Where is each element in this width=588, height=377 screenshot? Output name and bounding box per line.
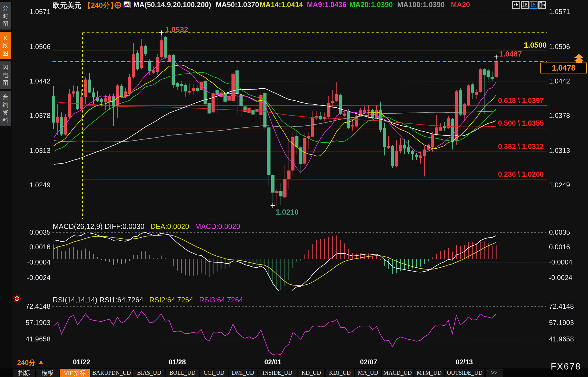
sidebar-tab-char: 线 [3, 42, 9, 49]
sidebar-tab-2[interactable]: 闪电图 [0, 61, 11, 89]
price-up-arrow-icon [573, 54, 585, 64]
macd-tick-left: 0.0016 [12, 243, 50, 251]
rsi-title: RSI(14,14,14) RSI1:64.7264 RSI2:64.7264 … [53, 296, 243, 304]
footer-tab-BARUPDN_UD[interactable]: BARUPDN_UD [91, 369, 133, 377]
last-high-label: 1.0487 [499, 50, 522, 59]
date-tick: 02/13 [456, 358, 473, 366]
ma200-value: MA20 [451, 1, 470, 9]
sidebar-tab-char: 约 [3, 101, 9, 108]
macd-diff-value: DIFF:0.0030 [105, 222, 145, 230]
resistance-level-label: 1.0500 [462, 41, 547, 50]
rsi2-value: RSI2:64.7264 [149, 296, 193, 304]
price-tick-left: 1.0249 [12, 181, 50, 189]
sidebar-tab-char: 图 [3, 49, 9, 57]
ma14-value: MA14:1.0414 [260, 1, 303, 9]
scale-axis-icon[interactable] [538, 1, 546, 9]
layout-grid-icon[interactable] [512, 1, 520, 9]
macd-macd-value: MACD:0.0020 [195, 222, 240, 230]
rsi1-value: RSI1:64.7264 [100, 296, 143, 304]
price-tick-right: 1.0442 [549, 77, 570, 85]
footer-tab-MACD_UD[interactable]: MACD_UD [381, 369, 414, 377]
date-tick: 01/28 [169, 358, 186, 366]
sidebar-tab-char: 图 [3, 79, 9, 87]
footer-tab-INSIDE_UD[interactable]: INSIDE_UD [258, 369, 297, 377]
fib-level-label: 0.500 \ 1.0355 [459, 119, 544, 127]
sidebar-tab-char: 料 [3, 116, 9, 124]
macd-tick-right: 0.0016 [549, 243, 570, 251]
footer-tab-BOLL_UD[interactable]: BOLL_UD [166, 369, 199, 377]
low-label: 1.0210 [276, 208, 299, 217]
current-price-tag: 1.0478 [540, 63, 587, 73]
price-tick-left: 1.0571 [12, 8, 50, 16]
price-tick-left: 1.0313 [12, 147, 50, 155]
axes-candle-icon[interactable] [521, 1, 529, 9]
footer-tab-MA_UD[interactable]: MA_UD [355, 369, 381, 377]
indicator-toolbar: 指标模板VIP指标BARUPDN_UDBIAS_UDBOLL_UDCCI_UDD… [0, 368, 588, 377]
footer-tab-KD_UD[interactable]: KD_UD [298, 369, 325, 377]
timeframe-up-arrow-icon[interactable]: ▲ [38, 358, 44, 366]
fib-level-label: 0.382 \ 1.0312 [459, 142, 544, 151]
timeframe-label[interactable]: 240分 [17, 358, 36, 367]
rsi3-value: RSI3:64.7264 [199, 296, 243, 304]
sidebar-tab-char: 电 [3, 71, 9, 79]
sidebar-tab-char: 闪 [3, 63, 9, 71]
macd-tick-right: -0.0024 [549, 274, 572, 282]
footer-tab-DMI_UD[interactable]: DMI_UD [229, 369, 257, 377]
sidebar-tab-char: 时 [3, 12, 9, 20]
period-badge[interactable]: 【240分】 [84, 1, 117, 10]
date-tick: 01/22 [73, 358, 90, 366]
sidebar-tab-1[interactable]: K线图 [0, 32, 11, 59]
date-tick: 02/07 [360, 358, 377, 366]
footer-tab-MTM_UD[interactable]: MTM_UD [414, 369, 444, 377]
rsi-tick-left: 57.1903 [12, 319, 50, 327]
rsi-tick-left: 72.4148 [12, 302, 50, 310]
sidebar-tab-char: 合 [3, 93, 9, 101]
fib-level-label: 0.236 \ 1.0260 [459, 170, 544, 178]
price-tick-right: 1.0313 [549, 147, 570, 155]
rsi-params: RSI(14,14,14) [53, 296, 98, 304]
ma50-value: MA50:1.0370 [216, 1, 259, 9]
price-tick-right: 1.0378 [549, 112, 570, 120]
sidebar-tab-char: K [3, 34, 7, 42]
rsi-tick-right: 41.9658 [549, 335, 574, 343]
range-high-label: 1.0532 [165, 25, 188, 34]
sidebar-tab-char: 分 [3, 4, 9, 12]
price-tick-right: 1.0571 [549, 8, 570, 16]
symbol-title: 欧元美元 [53, 1, 81, 10]
price-tick-left: 1.0442 [12, 77, 50, 85]
macd-tick-right: -0.0004 [549, 258, 572, 266]
footer-tab--[interactable]: 指标 [13, 369, 36, 377]
macd-tick-right: 0.0035 [549, 228, 570, 236]
price-tick-right: 1.0249 [549, 181, 570, 189]
ma20-value: MA20:1.0390 [349, 1, 393, 9]
sidebar-tab-3[interactable]: 合约资料 [0, 91, 11, 126]
footer-tab-CCI_UD[interactable]: CCI_UD [200, 369, 228, 377]
price-tick-left: 1.0506 [12, 43, 50, 51]
rsi-tick-right: 57.1903 [549, 319, 574, 327]
indicator-chart-icon[interactable] [123, 1, 131, 10]
footer-tab--[interactable]: 模板 [36, 369, 59, 377]
ma-settings-label: MA(50,14,9,20,100,200) [133, 1, 211, 9]
date-tick: 02/01 [264, 358, 281, 366]
footer-tab-BIAS_UD[interactable]: BIAS_UD [133, 369, 165, 377]
crosshair-icon[interactable] [114, 1, 122, 10]
sidebar-tab-char: 图 [3, 20, 9, 28]
footer-tab-OUTSIDE_UD[interactable]: OUTSIDE_UD [445, 369, 485, 377]
fib-level-label: 0.618 \ 1.0397 [459, 96, 544, 105]
axes-flag-icon-active[interactable] [529, 1, 538, 9]
macd-dea-value: DEA:0.0020 [151, 222, 189, 230]
sidebar: 分时图K线图闪电图合约资料 [0, 0, 12, 377]
rsi-tick-right: 72.4148 [549, 302, 574, 310]
macd-params: MACD(26,12,9) [53, 222, 103, 230]
price-tick-right: 1.0506 [549, 43, 570, 51]
sidebar-tab-0[interactable]: 分时图 [0, 2, 11, 30]
macd-tick-left: -0.0004 [12, 258, 50, 266]
macd-tick-left: 0.0035 [12, 228, 50, 236]
sidebar-tab-char: 资 [3, 108, 9, 116]
footer-tab-KDJ_UD[interactable]: KDJ_UD [325, 369, 355, 377]
macd-title: MACD(26,12,9) DIFF:0.0030 DEA:0.0020 MAC… [53, 222, 240, 231]
footer-tab->>[interactable]: >> [485, 369, 503, 377]
ma9-value: MA9:1.0436 [307, 1, 346, 9]
price-tick-left: 1.0378 [12, 112, 50, 120]
footer-tab-VIP-[interactable]: VIP指标 [60, 369, 90, 377]
